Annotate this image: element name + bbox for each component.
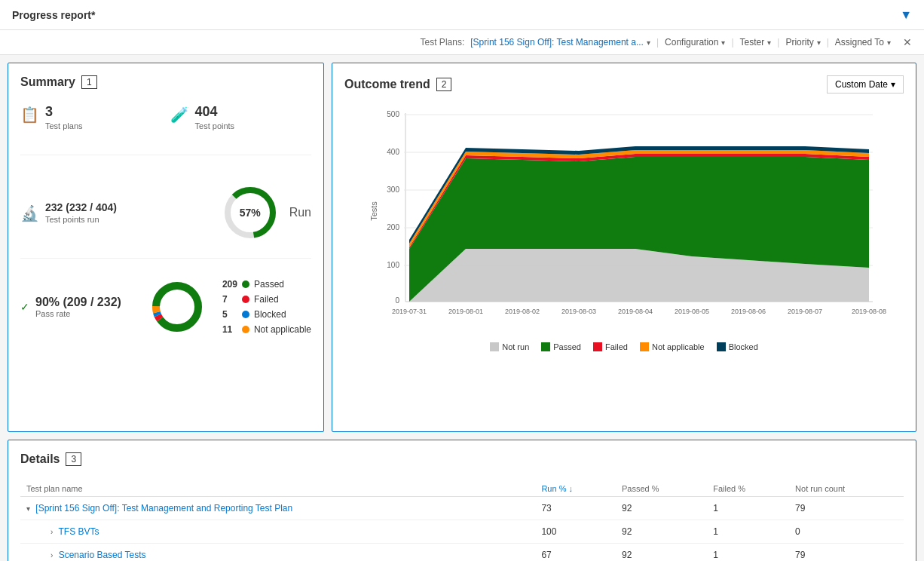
filter-bar: Test Plans: [Sprint 156 Sign Off]: Test … xyxy=(0,30,924,55)
app-header: Progress report* ▼ xyxy=(0,0,924,30)
col-not-run-count: Not run count xyxy=(789,481,904,497)
expand-button[interactable]: › xyxy=(50,551,53,559)
pass-rate-donut-chart xyxy=(147,277,207,337)
details-title: Details xyxy=(20,452,60,466)
custom-date-button[interactable]: Custom Date ▾ xyxy=(827,75,904,94)
priority-label: Priority xyxy=(785,37,813,48)
svg-text:2019-08-04: 2019-08-04 xyxy=(618,308,653,315)
test-plans-value: [Sprint 156 Sign Off]: Test Management a… xyxy=(470,37,644,48)
test-plans-stat-label: Test plans xyxy=(45,121,83,130)
chevron-down-icon-date: ▾ xyxy=(891,79,895,90)
svg-text:2019-08-05: 2019-08-05 xyxy=(675,308,709,315)
chevron-down-icon-3: ▾ xyxy=(767,38,771,47)
configuration-label: Configuration xyxy=(665,37,718,48)
svg-text:2019-07-31: 2019-07-31 xyxy=(392,308,427,315)
row-link[interactable]: Scenario Based Tests xyxy=(59,550,146,560)
col-test-plan-name: Test plan name xyxy=(20,481,535,497)
test-plans-icon: 📋 xyxy=(20,106,39,124)
svg-text:300: 300 xyxy=(387,185,399,194)
svg-text:200: 200 xyxy=(387,223,399,231)
expand-button[interactable]: › xyxy=(50,528,53,536)
svg-text:Tests: Tests xyxy=(369,201,378,221)
pass-rate-legend: 209 Passed 7 Failed 5 xyxy=(222,279,311,335)
pass-rate-check-icon: ✓ xyxy=(20,301,29,313)
row-link[interactable]: [Sprint 156 Sign Off]: Test Management a… xyxy=(35,503,292,513)
assigned-to-filter[interactable]: Assigned To ▾ xyxy=(835,37,891,48)
summary-number: 1 xyxy=(81,75,97,89)
svg-text:2019-08-02: 2019-08-02 xyxy=(505,308,540,315)
run-donut-chart: 57% xyxy=(220,182,280,243)
outcome-trend-number: 2 xyxy=(436,78,452,91)
row-link[interactable]: TFS BVTs xyxy=(58,526,99,537)
tester-label: Tester xyxy=(740,37,765,48)
filter-divider-2: | xyxy=(731,37,733,48)
test-points-run-icon: 🔬 xyxy=(20,204,39,222)
priority-filter[interactable]: Priority ▾ xyxy=(785,37,820,48)
pass-rate-label: Pass rate xyxy=(35,309,121,318)
expand-button[interactable]: ▾ xyxy=(26,504,30,513)
test-plans-count: 3 xyxy=(45,104,83,120)
col-passed-percent: Passed % xyxy=(616,481,707,497)
run-label: Run xyxy=(289,206,311,219)
table-row: › Scenario Based Tests 67 92 1 79 xyxy=(20,544,904,562)
table-row: › TFS BVTs 100 92 1 0 xyxy=(20,520,904,544)
pass-rate-value: 90% (209 / 232) xyxy=(35,296,121,309)
outcome-trend-panel: Outcome trend 2 Custom Date ▾ 500 xyxy=(332,63,916,432)
filter-close[interactable]: ✕ xyxy=(903,36,912,48)
svg-text:2019-08-08: 2019-08-08 xyxy=(852,308,886,315)
test-points-stat-label: Test points xyxy=(195,121,235,130)
chevron-down-icon: ▾ xyxy=(647,38,650,47)
test-points-icon: 🧪 xyxy=(170,106,189,124)
svg-text:100: 100 xyxy=(387,261,399,269)
details-number: 3 xyxy=(66,452,81,466)
tester-filter[interactable]: Tester ▾ xyxy=(740,37,772,48)
chevron-down-icon-5: ▾ xyxy=(887,38,891,47)
filter-icon[interactable]: ▼ xyxy=(900,8,912,22)
svg-point-3 xyxy=(156,286,198,328)
svg-text:2019-08-07: 2019-08-07 xyxy=(788,308,822,315)
filter-divider-3: | xyxy=(777,37,779,48)
summary-panel: Summary 1 📋 3 Test plans 🧪 404 Test poin… xyxy=(8,63,324,432)
details-panel: Details 3 Test plan name Run % ↓ Passed … xyxy=(8,440,916,561)
test-plans-filter[interactable]: [Sprint 156 Sign Off]: Test Management a… xyxy=(470,37,650,48)
outcome-trend-chart: 500 400 300 200 100 0 Tests xyxy=(344,106,904,377)
run-percent: 57% xyxy=(240,207,261,219)
chevron-down-icon-2: ▾ xyxy=(721,38,725,47)
col-failed-percent: Failed % xyxy=(707,481,789,497)
summary-title: Summary xyxy=(20,75,75,89)
chart-legend: Not run Passed Failed Not applicable xyxy=(344,342,904,351)
test-points-count: 404 xyxy=(195,104,235,120)
assigned-to-label: Assigned To xyxy=(835,37,884,48)
chevron-down-icon-4: ▾ xyxy=(817,38,821,47)
col-run-percent[interactable]: Run % ↓ xyxy=(535,481,616,497)
configuration-filter[interactable]: Configuration ▾ xyxy=(665,37,725,48)
app-title: Progress report* xyxy=(12,9,95,21)
svg-text:0: 0 xyxy=(395,296,399,305)
test-points-run-value: 232 (232 / 404) xyxy=(45,201,117,213)
table-row: ▾ [Sprint 156 Sign Off]: Test Management… xyxy=(20,497,904,520)
details-table: Test plan name Run % ↓ Passed % Failed %… xyxy=(20,481,904,561)
svg-text:500: 500 xyxy=(387,110,399,118)
outcome-trend-title: Outcome trend xyxy=(344,78,430,91)
svg-text:400: 400 xyxy=(387,148,399,156)
filter-divider-4: | xyxy=(827,37,829,48)
test-plans-label: Test Plans: xyxy=(421,37,465,48)
svg-text:2019-08-06: 2019-08-06 xyxy=(731,308,766,315)
svg-text:2019-08-01: 2019-08-01 xyxy=(448,308,483,315)
test-points-run-label: Test points run xyxy=(45,215,117,224)
filter-divider-1: | xyxy=(656,37,659,48)
svg-text:2019-08-03: 2019-08-03 xyxy=(561,308,596,315)
